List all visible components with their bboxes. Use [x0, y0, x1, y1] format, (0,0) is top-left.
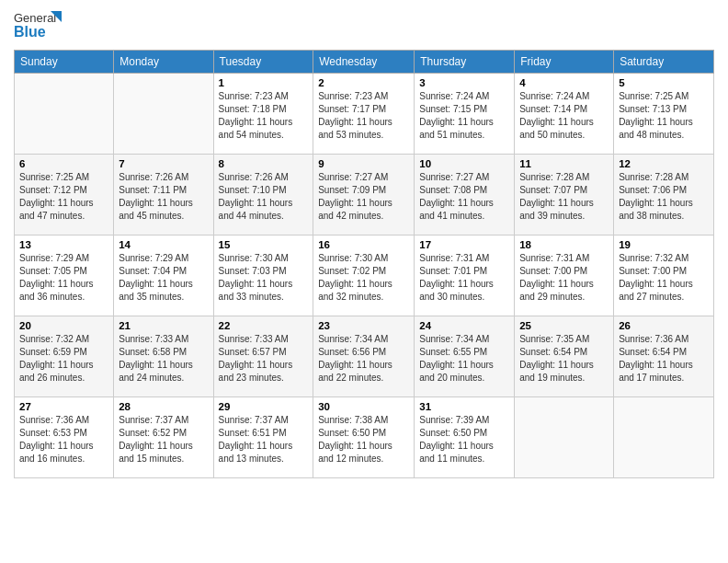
day-number: 29: [219, 401, 309, 412]
calendar-week-row: 27Sunrise: 7:36 AM Sunset: 6:53 PM Dayli…: [15, 397, 714, 478]
day-number: 23: [318, 320, 409, 331]
day-number: 14: [119, 239, 208, 250]
calendar-cell: 12Sunrise: 7:28 AM Sunset: 7:06 PM Dayli…: [614, 155, 714, 236]
day-info: Sunrise: 7:25 AM Sunset: 7:13 PM Dayligh…: [619, 90, 709, 142]
calendar-table: SundayMondayTuesdayWednesdayThursdayFrid…: [14, 50, 714, 478]
calendar-cell: 27Sunrise: 7:36 AM Sunset: 6:53 PM Dayli…: [15, 397, 114, 478]
day-number: 18: [519, 239, 609, 250]
svg-text:Blue: Blue: [14, 24, 46, 40]
day-number: 15: [219, 239, 309, 250]
calendar-cell: 31Sunrise: 7:39 AM Sunset: 6:50 PM Dayli…: [415, 397, 515, 478]
day-info: Sunrise: 7:32 AM Sunset: 7:00 PM Dayligh…: [619, 252, 709, 304]
day-header-sunday: Sunday: [15, 51, 114, 74]
calendar-cell: 22Sunrise: 7:33 AM Sunset: 6:57 PM Dayli…: [213, 316, 313, 397]
calendar-cell: 13Sunrise: 7:29 AM Sunset: 7:05 PM Dayli…: [15, 236, 114, 316]
calendar-cell: 25Sunrise: 7:35 AM Sunset: 6:54 PM Dayli…: [515, 316, 614, 397]
day-number: 24: [419, 320, 509, 331]
calendar-cell: 4Sunrise: 7:24 AM Sunset: 7:14 PM Daylig…: [515, 74, 614, 155]
day-info: Sunrise: 7:33 AM Sunset: 6:57 PM Dayligh…: [219, 333, 309, 385]
svg-text:General: General: [14, 11, 56, 25]
day-number: 25: [519, 320, 609, 331]
day-info: Sunrise: 7:23 AM Sunset: 7:18 PM Dayligh…: [219, 90, 309, 142]
calendar-week-row: 20Sunrise: 7:32 AM Sunset: 6:59 PM Dayli…: [15, 316, 714, 397]
day-info: Sunrise: 7:28 AM Sunset: 7:06 PM Dayligh…: [619, 171, 709, 223]
calendar-cell: 23Sunrise: 7:34 AM Sunset: 6:56 PM Dayli…: [313, 316, 415, 397]
calendar-cell: 10Sunrise: 7:27 AM Sunset: 7:08 PM Dayli…: [415, 155, 515, 236]
calendar-week-row: 1Sunrise: 7:23 AM Sunset: 7:18 PM Daylig…: [15, 74, 714, 155]
calendar-week-row: 6Sunrise: 7:25 AM Sunset: 7:12 PM Daylig…: [15, 155, 714, 236]
day-header-saturday: Saturday: [614, 51, 714, 74]
day-number: 19: [619, 239, 709, 250]
day-number: 16: [318, 239, 409, 250]
day-info: Sunrise: 7:34 AM Sunset: 6:56 PM Dayligh…: [318, 333, 409, 385]
calendar-cell: 20Sunrise: 7:32 AM Sunset: 6:59 PM Dayli…: [15, 316, 114, 397]
day-number: 30: [318, 401, 409, 412]
day-header-thursday: Thursday: [415, 51, 515, 74]
calendar-cell: [614, 397, 714, 478]
day-number: 4: [519, 77, 609, 88]
calendar-cell: 5Sunrise: 7:25 AM Sunset: 7:13 PM Daylig…: [614, 74, 714, 155]
calendar-cell: 8Sunrise: 7:26 AM Sunset: 7:10 PM Daylig…: [213, 155, 313, 236]
calendar-cell: 11Sunrise: 7:28 AM Sunset: 7:07 PM Dayli…: [515, 155, 614, 236]
calendar-cell: [114, 74, 213, 155]
day-header-monday: Monday: [114, 51, 213, 74]
day-number: 7: [119, 158, 208, 169]
day-info: Sunrise: 7:23 AM Sunset: 7:17 PM Dayligh…: [318, 90, 409, 142]
day-info: Sunrise: 7:30 AM Sunset: 7:03 PM Dayligh…: [219, 252, 309, 304]
page-header: GeneralBlue: [14, 9, 714, 42]
day-number: 9: [318, 158, 409, 169]
calendar-cell: 6Sunrise: 7:25 AM Sunset: 7:12 PM Daylig…: [15, 155, 114, 236]
day-number: 21: [119, 320, 208, 331]
day-number: 12: [619, 158, 709, 169]
day-number: 3: [419, 77, 509, 88]
logo-icon: GeneralBlue: [14, 9, 62, 42]
calendar-cell: 29Sunrise: 7:37 AM Sunset: 6:51 PM Dayli…: [213, 397, 313, 478]
day-header-friday: Friday: [515, 51, 614, 74]
day-number: 31: [419, 401, 509, 412]
day-info: Sunrise: 7:31 AM Sunset: 7:00 PM Dayligh…: [519, 252, 609, 304]
day-header-wednesday: Wednesday: [313, 51, 415, 74]
day-info: Sunrise: 7:38 AM Sunset: 6:50 PM Dayligh…: [318, 414, 409, 465]
day-number: 20: [19, 320, 108, 331]
calendar-cell: 17Sunrise: 7:31 AM Sunset: 7:01 PM Dayli…: [415, 236, 515, 316]
day-info: Sunrise: 7:39 AM Sunset: 6:50 PM Dayligh…: [419, 414, 509, 465]
day-info: Sunrise: 7:25 AM Sunset: 7:12 PM Dayligh…: [19, 171, 108, 223]
day-number: 27: [19, 401, 108, 412]
day-number: 10: [419, 158, 509, 169]
day-number: 13: [19, 239, 108, 250]
calendar-cell: 16Sunrise: 7:30 AM Sunset: 7:02 PM Dayli…: [313, 236, 415, 316]
calendar-cell: 9Sunrise: 7:27 AM Sunset: 7:09 PM Daylig…: [313, 155, 415, 236]
calendar-cell: 1Sunrise: 7:23 AM Sunset: 7:18 PM Daylig…: [213, 74, 313, 155]
day-info: Sunrise: 7:37 AM Sunset: 6:51 PM Dayligh…: [219, 414, 309, 465]
day-number: 1: [219, 77, 309, 88]
day-number: 26: [619, 320, 709, 331]
calendar-cell: [515, 397, 614, 478]
day-header-tuesday: Tuesday: [213, 51, 313, 74]
day-info: Sunrise: 7:32 AM Sunset: 6:59 PM Dayligh…: [19, 333, 108, 385]
day-info: Sunrise: 7:34 AM Sunset: 6:55 PM Dayligh…: [419, 333, 509, 385]
calendar-cell: 7Sunrise: 7:26 AM Sunset: 7:11 PM Daylig…: [114, 155, 213, 236]
day-number: 6: [19, 158, 108, 169]
calendar-header-row: SundayMondayTuesdayWednesdayThursdayFrid…: [15, 51, 714, 74]
day-info: Sunrise: 7:26 AM Sunset: 7:10 PM Dayligh…: [219, 171, 309, 223]
day-number: 5: [619, 77, 709, 88]
day-info: Sunrise: 7:27 AM Sunset: 7:09 PM Dayligh…: [318, 171, 409, 223]
day-info: Sunrise: 7:30 AM Sunset: 7:02 PM Dayligh…: [318, 252, 409, 304]
day-info: Sunrise: 7:26 AM Sunset: 7:11 PM Dayligh…: [119, 171, 208, 223]
day-number: 2: [318, 77, 409, 88]
calendar-week-row: 13Sunrise: 7:29 AM Sunset: 7:05 PM Dayli…: [15, 236, 714, 316]
day-info: Sunrise: 7:33 AM Sunset: 6:58 PM Dayligh…: [119, 333, 208, 385]
day-info: Sunrise: 7:24 AM Sunset: 7:15 PM Dayligh…: [419, 90, 509, 142]
day-info: Sunrise: 7:36 AM Sunset: 6:54 PM Dayligh…: [619, 333, 709, 385]
calendar-cell: 3Sunrise: 7:24 AM Sunset: 7:15 PM Daylig…: [415, 74, 515, 155]
calendar-cell: 18Sunrise: 7:31 AM Sunset: 7:00 PM Dayli…: [515, 236, 614, 316]
day-info: Sunrise: 7:35 AM Sunset: 6:54 PM Dayligh…: [519, 333, 609, 385]
calendar-cell: [15, 74, 114, 155]
day-number: 11: [519, 158, 609, 169]
logo: GeneralBlue: [14, 9, 62, 42]
day-info: Sunrise: 7:24 AM Sunset: 7:14 PM Dayligh…: [519, 90, 609, 142]
day-info: Sunrise: 7:29 AM Sunset: 7:04 PM Dayligh…: [119, 252, 208, 304]
day-number: 17: [419, 239, 509, 250]
day-number: 28: [119, 401, 208, 412]
calendar-cell: 30Sunrise: 7:38 AM Sunset: 6:50 PM Dayli…: [313, 397, 415, 478]
